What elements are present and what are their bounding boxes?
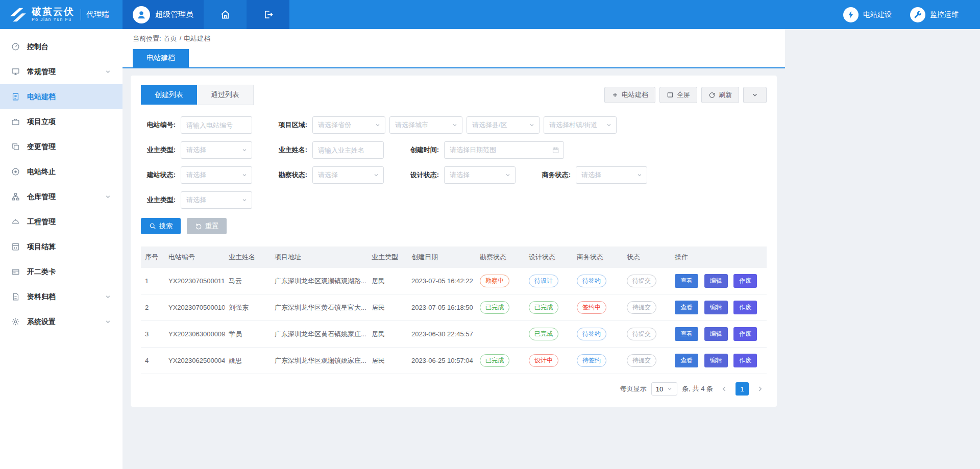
reset-button[interactable]: 重置: [187, 218, 227, 234]
cell-address: 广东深圳龙华区观澜镇姚家庄...: [271, 348, 368, 374]
design-status-select[interactable]: 请选择: [444, 166, 516, 184]
sidebar-item-engineering-mgmt[interactable]: 工程管理: [0, 209, 122, 234]
sidebar-item-data-archive[interactable]: 资料归档: [0, 284, 122, 309]
chevron-down-icon: [105, 193, 111, 200]
briefcase-icon: [11, 117, 20, 126]
collapse-toggle-button[interactable]: [743, 87, 767, 103]
home-button[interactable]: [204, 0, 247, 29]
view-button[interactable]: 查看: [675, 327, 698, 341]
sidebar-item-general-mgmt[interactable]: 常规管理: [0, 59, 122, 84]
build-status-select[interactable]: 请选择: [181, 166, 252, 184]
sidebar-item-label: 变更管理: [27, 142, 56, 152]
tab-passed-list[interactable]: 通过列表: [197, 85, 254, 105]
sidebar-item-type2-card[interactable]: 开二类卡: [0, 259, 122, 284]
add-station-button[interactable]: 电站建档: [604, 87, 655, 103]
cell-address: 广东深圳龙华区观澜镇观湖路...: [271, 268, 368, 294]
sidebar-item-change-mgmt[interactable]: 变更管理: [0, 134, 122, 159]
per-page-select[interactable]: 10: [651, 382, 677, 396]
sidebar-item-station-archive[interactable]: 电站建档: [0, 84, 122, 109]
void-button[interactable]: 作废: [733, 327, 757, 341]
nav-station-build-label: 电站建设: [863, 10, 892, 19]
void-button[interactable]: 作废: [733, 274, 757, 288]
cell-index: 2: [141, 294, 164, 321]
fullscreen-button[interactable]: 全屏: [659, 87, 697, 103]
sidebar-item-dashboard[interactable]: 控制台: [0, 34, 122, 59]
sidebar-item-system-settings[interactable]: 系统设置: [0, 309, 122, 334]
date-range-picker[interactable]: 请选择日期范围: [444, 141, 564, 159]
business-status-select[interactable]: 请选择: [576, 166, 647, 184]
breadcrumb-home-link[interactable]: 首页: [164, 34, 177, 43]
cell-owner-type: 居民: [368, 268, 407, 294]
void-button[interactable]: 作废: [733, 354, 757, 367]
nav-station-build[interactable]: 电站建设: [843, 7, 892, 22]
province-select[interactable]: 请选择省份: [312, 116, 385, 134]
view-button[interactable]: 查看: [675, 274, 698, 288]
stop-icon: [11, 167, 20, 176]
breadcrumb-current: 电站建档: [184, 34, 210, 43]
sidebar-item-project-settlement[interactable]: 项目结算: [0, 234, 122, 259]
design-status-badge: 待设计: [529, 275, 558, 287]
filter-station-no: 电站编号:: [141, 116, 252, 134]
owner-name-input[interactable]: [312, 141, 384, 159]
view-button[interactable]: 查看: [675, 301, 698, 314]
edit-button[interactable]: 编辑: [704, 327, 728, 341]
user-menu[interactable]: 超级管理员: [122, 0, 204, 29]
breadcrumb-separator: /: [180, 34, 182, 43]
survey-status-label: 勘察状态:: [273, 170, 307, 180]
col-design-status: 设计状态: [525, 246, 573, 268]
next-page-button[interactable]: [753, 382, 767, 396]
owner-type-label: 业主类型:: [141, 145, 176, 155]
town-select-value: 请选择村镇/街道: [549, 120, 598, 130]
sidebar-item-project-initiation[interactable]: 项目立项: [0, 109, 122, 134]
survey-status-select[interactable]: 请选择: [312, 166, 384, 184]
chevron-down-icon: [375, 122, 381, 128]
user-icon: [136, 9, 147, 20]
logout-button[interactable]: [247, 0, 289, 29]
page-1-button[interactable]: 1: [736, 382, 749, 396]
chevron-down-icon: [241, 172, 248, 178]
void-button[interactable]: 作废: [733, 301, 757, 314]
pagination: 每页显示 10 条, 共 4 条 1: [141, 382, 767, 396]
town-select[interactable]: 请选择村镇/街道: [544, 116, 617, 134]
sidebar-item-station-terminate[interactable]: 电站终止: [0, 159, 122, 184]
survey-status-select-value: 请选择: [318, 170, 338, 180]
view-button[interactable]: 查看: [675, 354, 698, 367]
county-select[interactable]: 请选择县/区: [467, 116, 540, 134]
sidebar-item-warehouse-mgmt[interactable]: 仓库管理: [0, 184, 122, 209]
chevron-right-icon: [756, 385, 764, 392]
cell-owner-type: 居民: [368, 321, 407, 348]
edit-button[interactable]: 编辑: [704, 301, 728, 314]
nav-monitor-ops[interactable]: 监控运维: [910, 7, 959, 22]
date-range-value: 请选择日期范围: [450, 145, 496, 155]
col-actions: 操作: [671, 246, 767, 268]
prev-page-button[interactable]: [718, 382, 731, 396]
city-select-value: 请选择城市: [395, 120, 428, 130]
refresh-button[interactable]: 刷新: [701, 87, 739, 103]
page-tab-station-archive[interactable]: 电站建档: [133, 49, 189, 67]
filter-buttons: 搜索 重置: [141, 218, 767, 234]
filter-owner-type: 业主类型: 请选择: [141, 141, 252, 159]
create-time-label: 创建时间:: [404, 145, 439, 155]
station-no-input[interactable]: [181, 116, 252, 134]
user-name: 超级管理员: [155, 10, 193, 19]
owner-type2-select[interactable]: 请选择: [181, 191, 252, 209]
search-button[interactable]: 搜索: [141, 218, 181, 234]
filter-build-status: 建站状态: 请选择: [141, 166, 252, 184]
col-survey-status: 勘察状态: [476, 246, 525, 268]
plus-icon: [611, 91, 619, 98]
add-station-label: 电站建档: [622, 90, 648, 100]
helmet-icon: [11, 217, 20, 226]
owner-type-select[interactable]: 请选择: [181, 141, 252, 159]
city-select[interactable]: 请选择城市: [389, 116, 462, 134]
owner-type2-label: 业主类型:: [141, 195, 176, 205]
chevron-down-icon: [105, 293, 111, 300]
edit-button[interactable]: 编辑: [704, 274, 728, 288]
province-select-value: 请选择省份: [318, 120, 351, 130]
edit-button[interactable]: 编辑: [704, 354, 728, 367]
filter-row-4: 业主类型: 请选择: [141, 191, 767, 209]
per-page-label: 每页显示: [620, 384, 647, 393]
cell-created: 2023-06-25 10:57:04: [407, 348, 476, 374]
tab-create-list[interactable]: 创建列表: [141, 85, 197, 105]
filter-form: 电站编号: 项目区域: 请选择省份: [141, 116, 767, 234]
business-status-badge: 待签约: [577, 328, 606, 340]
